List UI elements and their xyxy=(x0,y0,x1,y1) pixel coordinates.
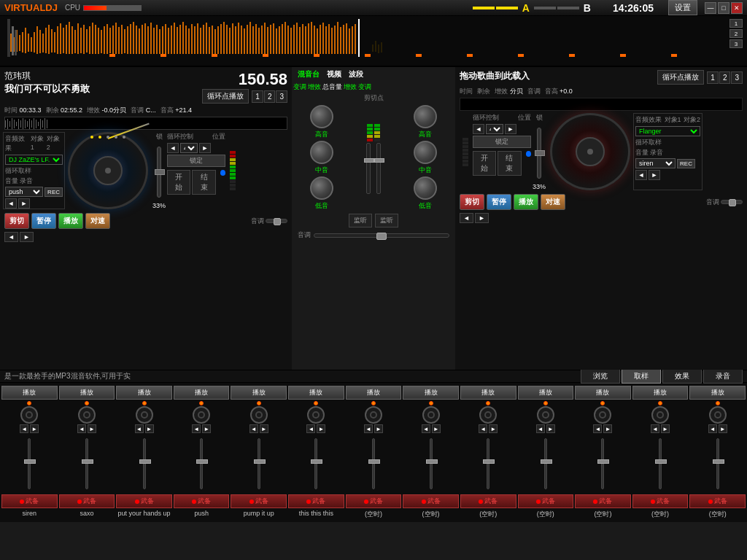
right-rec-btn[interactable]: REC xyxy=(677,159,695,168)
left-lock-btn[interactable]: 锁定 xyxy=(167,155,225,167)
right-loop-num-3[interactable]: 3 xyxy=(731,71,743,84)
sample-arrow-right-9[interactable]: ► xyxy=(489,424,498,433)
right-sample-next[interactable]: ► xyxy=(649,170,660,180)
left-turntable[interactable] xyxy=(68,132,148,209)
sample-circle-7[interactable] xyxy=(365,406,382,424)
sample-fader-track-3[interactable] xyxy=(143,438,146,489)
sample-arrow-right-12[interactable]: ► xyxy=(661,424,670,433)
sample-fader-track-11[interactable] xyxy=(601,438,604,489)
sample-circle-11[interactable] xyxy=(594,406,611,424)
right-loop-num-1[interactable]: 1 xyxy=(707,71,719,84)
sample-fader-thumb-6[interactable] xyxy=(311,459,322,464)
sample-fader-track-4[interactable] xyxy=(200,438,203,489)
sample-arrow-left-5[interactable]: ◄ xyxy=(249,424,258,433)
left-fx-select[interactable]: DJ ZaZE's LF... xyxy=(5,155,63,165)
left-sample-next[interactable]: ► xyxy=(18,198,30,209)
sample-arrow-right-8[interactable]: ► xyxy=(432,424,441,433)
sample-arm-btn-5[interactable]: 武备 xyxy=(231,494,287,508)
right-loop-num-2[interactable]: 2 xyxy=(719,71,731,84)
sample-fader-track-5[interactable] xyxy=(258,438,260,489)
restore-button[interactable]: □ xyxy=(718,2,729,14)
right-turntable[interactable] xyxy=(550,113,630,190)
sample-play-btn-3[interactable]: 播放 xyxy=(116,386,172,400)
left-tone-thumb[interactable] xyxy=(274,218,281,225)
right-loop-next[interactable]: ► xyxy=(505,124,516,134)
close-button[interactable]: ✕ xyxy=(731,2,743,14)
left-end-btn[interactable]: 结束 xyxy=(192,170,215,195)
sample-fader-thumb-3[interactable] xyxy=(139,459,151,464)
mixer-sub-1[interactable]: 变调 xyxy=(293,82,306,92)
mixer-tab-wave[interactable]: 波段 xyxy=(346,69,366,80)
left-loop-num-3[interactable]: 3 xyxy=(276,90,287,103)
sample-fader-thumb-12[interactable] xyxy=(655,459,667,464)
sample-fader-track-6[interactable] xyxy=(314,438,317,489)
left-pause-btn[interactable]: 暂停 xyxy=(31,213,56,229)
sample-arm-btn-13[interactable]: 武备 xyxy=(689,494,746,508)
ch-fader-right-thumb[interactable] xyxy=(374,158,384,163)
sample-arrow-left-3[interactable]: ◄ xyxy=(135,424,144,433)
right-pitch-track[interactable] xyxy=(537,128,541,179)
sample-play-btn-12[interactable]: 播放 xyxy=(632,386,689,400)
sample-circle-12[interactable] xyxy=(651,406,669,424)
minimize-button[interactable]: — xyxy=(705,2,716,14)
sample-play-btn-5[interactable]: 播放 xyxy=(231,386,287,400)
nav-btn-2[interactable]: 2 xyxy=(729,29,743,38)
left-eq-mid[interactable] xyxy=(310,141,333,164)
sample-fader-thumb-10[interactable] xyxy=(541,459,552,464)
sample-arrow-right-1[interactable]: ► xyxy=(30,424,39,433)
left-cut-btn[interactable]: 剪切 xyxy=(4,213,29,229)
sample-circle-10[interactable] xyxy=(537,406,554,424)
mixer-sub-4[interactable]: 增效 xyxy=(344,82,357,92)
right-eq-low[interactable] xyxy=(414,176,437,200)
sample-play-btn-7[interactable]: 播放 xyxy=(346,386,402,400)
right-fx-select[interactable]: Flanger xyxy=(635,126,700,136)
mixer-tab-video[interactable]: 视频 xyxy=(324,69,344,80)
right-pitch-prev[interactable]: ◄ xyxy=(460,213,473,223)
left-loop-playback-btn[interactable]: 循环点播放 xyxy=(202,89,249,104)
sample-fader-track-8[interactable] xyxy=(430,438,433,489)
crossfader-thumb[interactable] xyxy=(376,233,387,240)
left-sample-select[interactable]: push xyxy=(5,187,43,197)
left-sample-prev[interactable]: ◄ xyxy=(5,198,17,209)
sample-arrow-right-13[interactable]: ► xyxy=(719,424,727,433)
sample-circle-5[interactable] xyxy=(250,406,268,424)
sample-arrow-right-11[interactable]: ► xyxy=(603,424,612,433)
left-rec-btn[interactable]: REC xyxy=(44,187,63,197)
sample-arrow-right-7[interactable]: ► xyxy=(374,424,383,433)
sample-arrow-left-12[interactable]: ◄ xyxy=(651,424,659,433)
right-pitch-next[interactable]: ► xyxy=(475,213,489,223)
sample-fader-thumb-13[interactable] xyxy=(713,459,724,464)
sample-play-btn-11[interactable]: 播放 xyxy=(575,386,631,400)
sample-arrow-right-5[interactable]: ► xyxy=(260,424,268,433)
right-eq-mid[interactable] xyxy=(414,141,437,164)
sample-arrow-left-13[interactable]: ◄ xyxy=(708,424,717,433)
sample-arm-btn-8[interactable]: 武备 xyxy=(403,494,459,508)
left-pitch-thumb[interactable] xyxy=(155,169,165,175)
sample-fader-track-2[interactable] xyxy=(85,438,88,489)
nav-tab-effects[interactable]: 效果 xyxy=(662,369,702,384)
right-play-btn[interactable]: 播放 xyxy=(514,194,538,210)
left-eq-low[interactable] xyxy=(310,176,333,200)
right-pause-btn[interactable]: 暂停 xyxy=(487,194,511,210)
sample-arm-btn-9[interactable]: 武备 xyxy=(460,494,516,508)
nav-btn-1[interactable]: 1 xyxy=(729,19,743,28)
sample-play-btn-2[interactable]: 播放 xyxy=(59,386,115,400)
sample-arm-btn-2[interactable]: 武备 xyxy=(59,494,115,508)
left-start-btn[interactable]: 开始 xyxy=(167,170,190,195)
sample-fader-thumb-9[interactable] xyxy=(483,459,495,464)
sample-arrow-left-2[interactable]: ◄ xyxy=(77,424,86,433)
nav-tab-browse[interactable]: 浏览 xyxy=(581,369,620,384)
sample-arm-btn-12[interactable]: 武备 xyxy=(632,494,689,508)
sample-fader-thumb-7[interactable] xyxy=(368,459,380,464)
sample-arrow-left-4[interactable]: ◄ xyxy=(192,424,201,433)
sample-fader-track-1[interactable] xyxy=(28,438,31,489)
sample-fader-thumb-4[interactable] xyxy=(196,459,208,464)
left-monitor-btn[interactable]: 监听 xyxy=(349,214,372,228)
sample-arrow-left-11[interactable]: ◄ xyxy=(593,424,602,433)
sample-fader-thumb-5[interactable] xyxy=(254,459,266,464)
sample-arrow-right-4[interactable]: ► xyxy=(202,424,211,433)
sample-arm-btn-7[interactable]: 武备 xyxy=(346,494,402,508)
left-loop-num-2[interactable]: 2 xyxy=(264,90,276,103)
sample-arm-btn-11[interactable]: 武备 xyxy=(575,494,631,508)
right-pitch-thumb[interactable] xyxy=(535,150,545,156)
